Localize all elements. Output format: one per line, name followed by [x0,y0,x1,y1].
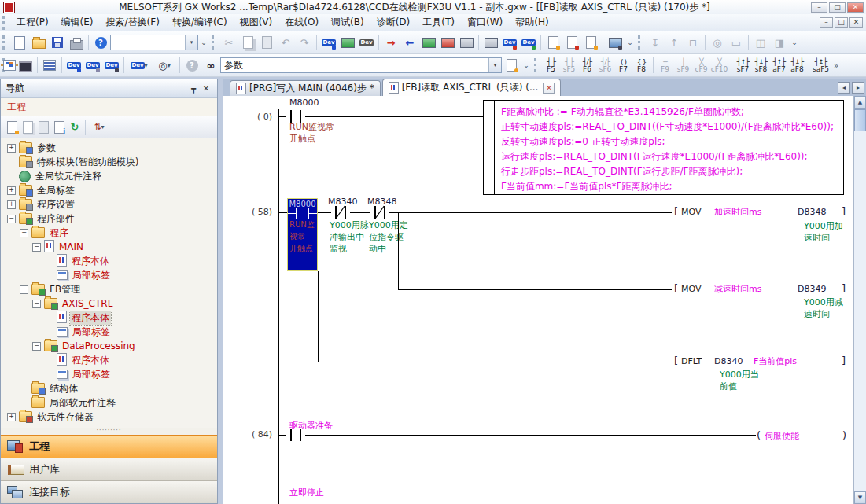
device-memory-green-icon[interactable]: Dev [520,34,537,51]
read-from-plc-icon[interactable]: ← [401,34,418,51]
instruction-mov2[interactable]: MOV [680,284,702,295]
device-test-icon[interactable]: Dev [358,34,375,51]
device-memory-red-icon[interactable]: Dev [501,34,518,51]
tree-item-special-module[interactable]: 特殊模块(智能功能模块) [1,155,217,169]
export-doc2-icon[interactable] [582,34,599,51]
menu-online[interactable]: 在线(O) [278,13,325,31]
fkey-rising-pulse-branch[interactable]: ┤↑├aF7 [771,55,788,75]
contact-m8348[interactable] [370,206,389,219]
toolbar-wrap-icon[interactable]: » [831,57,842,74]
toolbar-overflow-icon[interactable]: ⌄ [625,34,635,51]
device-display-icon[interactable]: Dev▾ [127,57,151,74]
partial-execution-icon[interactable]: ◨ [771,34,788,51]
operand-device[interactable]: D8349 [797,284,827,295]
find-binoculars-icon[interactable]: ∞ [202,57,219,74]
menu-help[interactable]: 帮助(H) [509,13,555,31]
menu-convert-compile[interactable]: 转换/编译(C) [166,13,234,31]
scrollbar-thumb[interactable] [854,109,866,131]
refresh-icon[interactable]: ↻ [67,120,83,135]
device-table-icon[interactable]: Dev [84,57,101,74]
fkey-coil[interactable]: ( )F7 [615,55,632,75]
watch-combobox[interactable]: 参数 ▾ [220,57,502,73]
export-doc-icon[interactable] [544,34,562,51]
menu-diagnostics[interactable]: 诊断(D) [370,13,417,31]
save-project-icon[interactable] [49,34,66,51]
help-disabled-icon[interactable]: ? [183,57,201,74]
expander[interactable]: + [7,413,16,421]
instruction-mov1[interactable]: MOV [680,207,702,218]
view-button-connection-destination[interactable]: 连接目标 [1,480,217,503]
list-view-icon[interactable] [41,57,58,74]
tree-item-axis-ctrl[interactable]: −AXIS_CTRL [1,296,217,311]
fkey-invert-pulse[interactable]: ┤↕├saF5 [813,55,830,75]
device-monitor-icon[interactable] [339,34,356,51]
contact-drive-ready[interactable] [286,429,305,441]
tab-scroll-left-icon[interactable]: ◂ [838,82,850,94]
ladder-editor[interactable]: ( 0) M8000 RUN监视常 开触点 F距离脉冲比 := F动力辊直径*E… [223,96,853,504]
debug-device-icon[interactable]: ▭ [728,34,745,51]
device-search-icon[interactable]: ◎▾ [153,57,176,74]
expander[interactable]: − [32,342,41,351]
contact-m8000[interactable] [286,110,305,123]
combo-dropdown-icon[interactable]: ▾ [488,58,501,72]
close-button[interactable]: ✕ [847,2,864,13]
child-close-button[interactable]: ✕ [849,17,863,28]
close-panel-icon[interactable]: ✕ [200,83,212,94]
combo-dropdown-icon[interactable]: ▾ [185,35,197,50]
copy-icon[interactable] [239,34,256,51]
tree-item-parameter[interactable]: +参数 [1,141,217,155]
device-find-icon[interactable]: Dev [65,57,83,74]
tree-item-main-program-body[interactable]: 程序本体 [1,254,217,268]
copy-item-icon[interactable] [20,120,35,135]
view-button-project[interactable]: 工程 [1,435,217,458]
expander[interactable]: − [32,243,41,252]
child-restore-button[interactable]: □ [835,17,848,28]
fkey-delete-hline[interactable]: ╳cF9 [693,55,710,75]
write-to-plc-icon[interactable]: → [382,34,400,51]
undo-icon[interactable]: ↶ [277,34,294,51]
tab-main-program[interactable]: [PRG]写入 MAIN (4046)步 * [230,80,381,96]
new-item-icon[interactable] [4,120,20,135]
menu-window[interactable]: 窗口(W) [461,13,509,31]
contact-m8340[interactable] [331,206,350,219]
operand-label[interactable]: 加速时间ms [713,207,762,218]
tree-item-dataprocessing-program-body[interactable]: 程序本体 [1,353,217,367]
tree-item-local-device-comment[interactable]: 局部软元件注释 [1,395,217,410]
paste-item-icon[interactable] [35,120,51,135]
expander[interactable]: + [7,200,16,209]
fkey-rising-pulse[interactable]: ┤↑├sF7 [735,55,752,75]
minimize-button[interactable]: – [811,2,827,13]
monitor-lock-icon[interactable] [606,34,624,51]
step-execution-icon[interactable]: ↧ [647,34,664,51]
toolbar-overflow-icon[interactable]: ⌄ [790,34,799,51]
pulse-execution-icon[interactable]: ⊓ [684,34,702,51]
menu-view[interactable]: 视图(V) [234,13,279,31]
expander[interactable]: − [20,229,28,237]
sort-icon[interactable]: ⇅▾ [88,120,110,135]
redo-icon[interactable]: ↷ [296,34,313,51]
view-button-user-library[interactable]: 用户库 [1,458,217,480]
tab-axis-ctrl[interactable]: [FB]读取 AXIS_CTRL (只读) (...✕ [382,79,562,96]
tree-item-dataprocessing-local-label[interactable]: 局部标签 [1,367,217,381]
data-info-icon[interactable]: i [51,120,67,135]
tree-item-program[interactable]: −程序 [1,226,217,240]
fkey-application-instruction[interactable]: { }F8 [633,55,650,75]
operand-label[interactable]: 减速时间ms [713,284,762,295]
monitor-start-icon[interactable] [420,34,437,51]
new-project-icon[interactable] [11,34,28,51]
tree-item-main-local-label[interactable]: 局部标签 [1,268,217,282]
cut-icon[interactable]: ✂ [220,34,238,51]
instruction-dflt[interactable]: DFLT [680,356,702,367]
expander[interactable]: + [7,144,16,153]
tree-item-structure[interactable]: 结构体 [1,381,217,395]
skip-execution-icon[interactable]: ◫ [752,34,769,51]
maximize-button[interactable]: □ [829,2,846,13]
navigation-window-icon[interactable] [1,64,18,66]
tree-item-axis-ctrl-local-label[interactable]: 局部标签 [1,325,217,339]
panel-splitter[interactable]: ········· [1,428,217,435]
fkey-falling-pulse[interactable]: ┤↓├sF8 [753,55,770,75]
menu-tools[interactable]: 工具(T) [416,13,461,31]
tree-item-fb-management[interactable]: −FB管理 [1,282,217,296]
expander[interactable]: − [20,285,28,294]
fkey-horizontal-line[interactable]: ─F9 [657,55,674,75]
